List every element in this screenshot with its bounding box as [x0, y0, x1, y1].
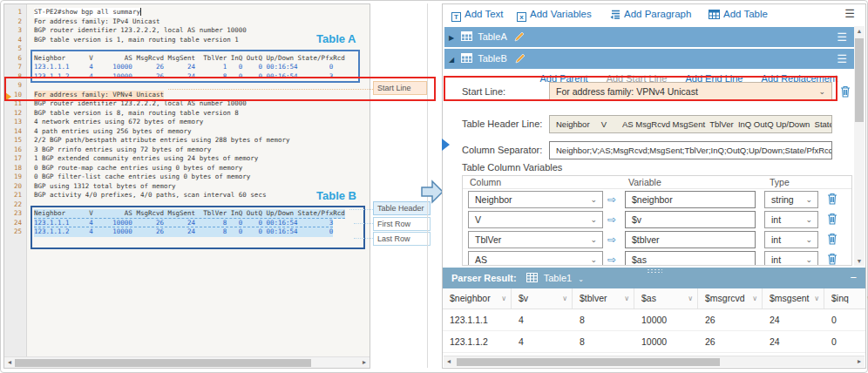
table-b-section-bar[interactable]: ◢ TableB ☰	[444, 49, 854, 69]
editor-line-6[interactable]: Neighbor V AS MsgRcvd MsgSent TblVer InQ…	[34, 54, 370, 64]
edit-pencil-icon[interactable]	[514, 31, 525, 42]
column-select[interactable]: V⌄	[468, 211, 603, 228]
result-cell: 24	[763, 309, 824, 330]
editor-line-14[interactable]: 4 path entries using 256 bytes of memory	[34, 127, 370, 137]
result-row[interactable]: 123.1.1.2481000026240	[443, 331, 865, 353]
result-column-header[interactable]: $as∨	[634, 288, 698, 309]
editor-line-text: BGP using 1312 total bytes of memory	[34, 182, 176, 192]
result-cell: 0	[824, 331, 868, 352]
line-number: 14	[4, 127, 26, 137]
config-text-editor[interactable]: 1234567891011121314151617181920212223242…	[3, 3, 370, 369]
add-text-button[interactable]: TAdd Text	[451, 9, 504, 22]
result-row[interactable]: 123.1.1.1481000026240	[443, 309, 865, 331]
result-horizontal-scrollbar[interactable]: ◂ ▸	[444, 356, 865, 367]
code-area[interactable]: ST-PE2#show bgp all summaryFor address f…	[28, 4, 370, 356]
delete-variable-button[interactable]	[827, 233, 837, 248]
table-b-name: TableB	[478, 53, 507, 64]
result-column-header[interactable]: $neighbor∨	[443, 288, 512, 309]
minimize-button[interactable]: −	[850, 268, 857, 288]
editor-line-13[interactable]: 4 network entries using 672 bytes of mem…	[34, 118, 370, 127]
scroll-up-arrow-icon[interactable]: ▲	[854, 28, 865, 34]
editor-line-17[interactable]: 1 BGP extended community entries using 2…	[34, 154, 370, 164]
result-cell: 10000	[634, 331, 698, 352]
result-column-header[interactable]: $msgsent∨	[763, 288, 824, 309]
section-vertical-scrollbar[interactable]: ▲ ▼	[854, 26, 865, 266]
editor-line-2[interactable]: For address family: IPv4 Unicast	[34, 17, 370, 27]
delete-variable-button[interactable]	[827, 253, 837, 266]
chevron-down-icon: ⌄	[805, 212, 812, 227]
type-select[interactable]: int⌄	[764, 211, 818, 228]
start-line-chip: Start Line	[373, 81, 427, 95]
editor-line-24[interactable]: 123.1.1.1 4 10000 26 24 8 0 0 00:16:54 3	[34, 219, 370, 228]
start-line-dropdown[interactable]: For address family: VPNv4 Unicast⌄	[549, 82, 832, 101]
variable-input[interactable]: $tblver	[625, 231, 756, 248]
table-b-menu-icon[interactable]: ☰	[837, 49, 847, 69]
editor-line-text: BGP table version is 1, main routing tab…	[34, 36, 239, 45]
editor-line-10[interactable]: For address family: VPNv4 Unicast	[34, 91, 370, 100]
editor-line-7[interactable]: 123.1.1.1 4 10000 26 24 1 0 0 00:16:54 0	[34, 63, 370, 72]
chevron-down-icon: ⌄	[590, 192, 597, 207]
toolbar-menu-icon[interactable]: ☰	[844, 7, 855, 20]
result-column-header[interactable]: $msgrcvd∨	[698, 288, 763, 309]
line-number-gutter: 1234567891011121314151617181920212223242…	[4, 4, 27, 356]
scroll-right-arrow-icon[interactable]: ▸	[359, 357, 370, 368]
result-table-header: $neighbor∨$v∨$tblver∨$as∨$msgrcvd∨$msgse…	[443, 288, 865, 309]
line-number: 18	[4, 164, 26, 173]
add-paragraph-button[interactable]: Add Paragraph	[610, 9, 691, 19]
editor-line-23[interactable]: Neighbor V AS MsgRcvd MsgSent TblVer InQ…	[34, 209, 370, 219]
scroll-right-arrow-icon[interactable]: ▸	[854, 356, 865, 367]
start-line-leader	[168, 89, 373, 90]
result-column-header[interactable]: $tblver∨	[573, 288, 634, 309]
editor-line-text: 0 BGP filter-list cache entries using 0 …	[34, 173, 250, 182]
add-table-button[interactable]: Add Table	[709, 9, 768, 19]
editor-line-16[interactable]: 3 BGP rrinfo entries using 72 bytes of m…	[34, 146, 370, 155]
table-a-section-bar[interactable]: ▶ TableA ☰	[444, 27, 854, 47]
delete-variable-button[interactable]	[827, 213, 837, 228]
add-variables-button[interactable]: xAdd Variables	[517, 9, 592, 22]
delete-start-line-button[interactable]	[840, 85, 851, 98]
result-hscroll-thumb[interactable]	[457, 358, 720, 366]
editor-horizontal-scrollbar[interactable]: ◂ ▸	[4, 356, 370, 368]
map-arrow-icon: ⇨	[607, 192, 616, 207]
editor-line-12[interactable]: BGP table version is 8, main routing tab…	[34, 109, 370, 119]
column-select[interactable]: AS⌄	[468, 251, 603, 266]
editor-line-19[interactable]: 0 BGP filter-list cache entries using 0 …	[34, 173, 370, 182]
column-variables-grid: Column Variable Type Neighbor⌄⇨$neighbor…	[462, 175, 852, 266]
column-separator-input[interactable]: Neighbor;V;AS;MsgRcvd;MsgSent;TblVer;InQ…	[549, 141, 832, 159]
variable-input[interactable]: $as	[625, 251, 756, 266]
scroll-down-arrow-icon[interactable]: ▼	[854, 258, 865, 264]
expand-caret-icon[interactable]: ▶	[444, 28, 458, 48]
editor-hscroll-thumb[interactable]	[15, 359, 311, 367]
vscroll-thumb[interactable]	[855, 38, 864, 122]
drag-handle-icon[interactable]	[647, 268, 662, 273]
result-table-selector[interactable]: Table1	[544, 273, 572, 283]
result-column-header[interactable]: $inq∨	[824, 288, 868, 309]
editor-line-8[interactable]: 123.1.1.2 4 10000 26 24 8 0 0 00:16:54 3	[34, 72, 370, 82]
variable-input[interactable]: $neighbor	[625, 191, 756, 208]
editor-line-18[interactable]: 0 BGP route-map cache entries using 0 by…	[34, 164, 370, 173]
parser-result-bar[interactable]: Parser Result: Table1 ⌄ −	[443, 268, 865, 288]
edit-pencil-icon[interactable]	[515, 53, 526, 64]
type-select[interactable]: string⌄	[764, 191, 818, 208]
column-select[interactable]: TblVer⌄	[468, 231, 603, 248]
scroll-left-arrow-icon[interactable]: ◂	[444, 356, 454, 367]
variable-input[interactable]: $v	[625, 211, 756, 228]
editor-line-15[interactable]: 2/2 BGP path/bestpath attribute entries …	[34, 136, 370, 146]
last-row-chip: Last Row	[373, 232, 431, 246]
chevron-down-icon: ⌄	[805, 252, 812, 266]
type-select[interactable]: int⌄	[764, 251, 818, 266]
result-cell: 0	[824, 309, 868, 330]
line-number: 3	[4, 26, 26, 36]
collapse-caret-icon[interactable]: ◢	[444, 50, 458, 70]
editor-line-5[interactable]	[34, 44, 370, 54]
editor-line-25[interactable]: 123.1.1.2 4 10000 26 24 8 0 0 00:16:54 0	[34, 227, 370, 237]
scroll-left-arrow-icon[interactable]: ◂	[4, 357, 15, 368]
table-a-menu-icon[interactable]: ☰	[837, 27, 847, 47]
result-column-header[interactable]: $v∨	[512, 288, 573, 309]
line-number: 25	[4, 227, 26, 237]
editor-line-11[interactable]: BGP router identifier 123.2.2.2, local A…	[34, 99, 370, 109]
type-select[interactable]: int⌄	[764, 231, 818, 248]
delete-variable-button[interactable]	[827, 193, 837, 208]
column-select[interactable]: Neighbor⌄	[468, 191, 603, 208]
editor-line-1[interactable]: ST-PE2#show bgp all summary	[34, 8, 370, 17]
